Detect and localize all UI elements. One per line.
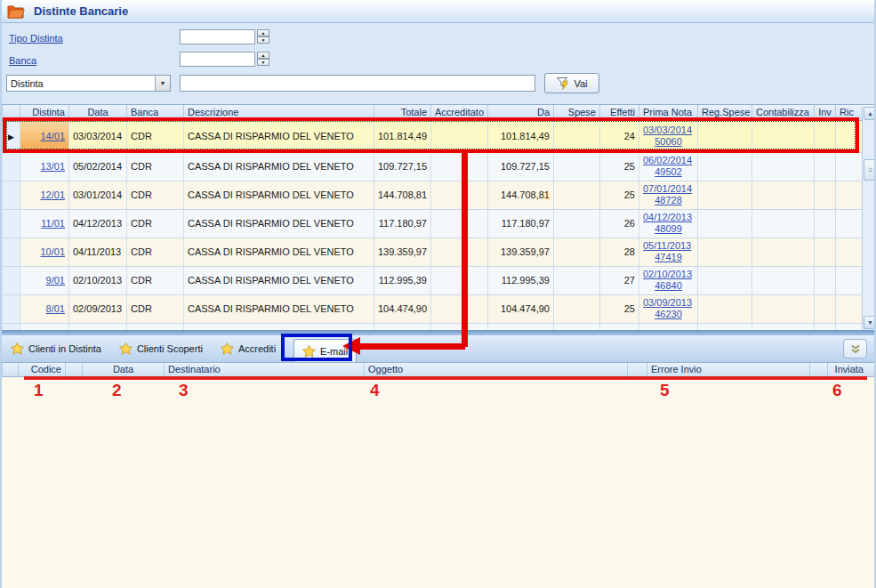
contabilizza-cell [752, 181, 815, 209]
collapse-panel-button[interactable] [843, 339, 867, 358]
row-indicator-cell: ▶ [3, 266, 20, 294]
tipo-distinta-link[interactable]: Tipo Distinta [9, 33, 63, 44]
column-header-effetti[interactable]: Effetti [600, 105, 639, 120]
banca-input[interactable] [180, 52, 255, 67]
double-chevron-down-icon [850, 344, 861, 354]
tab-clienti-in-distinta[interactable]: Clienti in Distinta [11, 342, 101, 355]
tipo-distinta-input[interactable] [180, 29, 255, 44]
column-header-descrizione[interactable]: Descrizione [184, 105, 374, 120]
descrizione-cell: CASSA DI RISPARMIO DEL VENETO [184, 238, 374, 266]
prima-nota-date-link[interactable]: 03/03/2014 [643, 125, 692, 135]
scroll-up-icon[interactable]: ▲ [864, 107, 876, 120]
column-header-banca[interactable]: Banca [127, 105, 184, 120]
distinta-link[interactable]: 9/01 [46, 275, 65, 286]
table-row[interactable]: ▶ 8/01 02/09/2013 CDR CASSA DI RISPARMIO… [3, 294, 862, 323]
da-cell: 139.359,97 [488, 238, 554, 266]
distinta-link[interactable]: 13/01 [40, 161, 65, 172]
chevron-down-icon[interactable]: ▼ [155, 76, 170, 91]
reg-spese-cell [698, 209, 752, 238]
search-field-selected: Distinta [7, 78, 44, 89]
prima-nota-cell: 03/03/2014 50060 [639, 120, 698, 152]
banca-cell: CDR [127, 209, 184, 238]
table-row[interactable]: ▶ 7/01 05/08/2013 CDR CASSA DI RISPARMIO… [3, 323, 862, 330]
tab-clienti-scoperti[interactable]: Clienti Scoperti [119, 342, 203, 355]
distinta-link[interactable]: 14/01 [40, 131, 65, 141]
search-input[interactable] [180, 75, 535, 92]
vertical-scrollbar[interactable]: ▲ ≡ ▼ [862, 106, 876, 330]
column-header-inv[interactable]: Inv [815, 105, 836, 120]
accreditato-cell [431, 120, 488, 152]
column-header-errore-invio[interactable]: Errore Invio [647, 363, 809, 376]
banca-link[interactable]: Banca [9, 55, 36, 66]
table-row[interactable]: ▶ 12/01 03/01/2014 CDR CASSA DI RISPARMI… [3, 181, 862, 209]
tab-email[interactable]: E-mail [293, 339, 357, 362]
spese-cell [554, 238, 600, 266]
vai-button[interactable]: Vai [544, 73, 599, 93]
prima-nota-date-link[interactable]: 06/02/2014 [643, 155, 692, 165]
column-header-totale[interactable]: Totale [374, 105, 431, 120]
column-header-spese[interactable]: Spese [554, 105, 600, 120]
distinta-link[interactable]: 11/01 [41, 218, 65, 229]
column-header-oggetto[interactable]: Oggetto [364, 363, 627, 376]
column-header-contabilizza[interactable]: Contabilizza [752, 105, 815, 120]
prima-nota-number-link[interactable]: 49502 [643, 166, 694, 178]
column-header-destinatario[interactable]: Destinatario [164, 363, 364, 376]
descrizione-cell: CASSA DI RISPARMIO DEL VENETO [184, 120, 374, 152]
table-row[interactable]: ▶ 11/01 04/12/2013 CDR CASSA DI RISPARMI… [3, 209, 862, 238]
banca-cell: CDR [127, 294, 184, 323]
column-header-inviata[interactable]: Inviata [827, 363, 867, 376]
table-row[interactable]: ▶ 14/01 03/03/2014 CDR CASSA DI RISPARMI… [3, 120, 862, 152]
ric-cell [836, 152, 862, 181]
prima-nota-number-link[interactable]: 48728 [643, 195, 694, 206]
prima-nota-number-link[interactable]: 48099 [643, 223, 694, 235]
folder-icon [7, 4, 25, 19]
distinta-link[interactable]: 8/01 [46, 303, 65, 314]
prima-nota-cell: 07/01/2014 48728 [639, 181, 698, 209]
column-header-da[interactable]: Da [488, 105, 554, 120]
da-cell: 109.727,15 [488, 152, 554, 181]
distinta-link[interactable]: 10/01 [40, 246, 65, 257]
banca-cell: CDR [127, 323, 184, 330]
distinta-cell: 12/01 [20, 181, 69, 209]
column-header-data[interactable]: Data [69, 105, 127, 120]
accreditato-cell [431, 294, 488, 323]
column-header-accreditato[interactable]: Accreditato [431, 105, 488, 120]
title-bar: Distinte Bancarie [2, 0, 874, 23]
tab-accrediti[interactable]: Accrediti [221, 342, 276, 355]
column-header-codice[interactable]: Codice [18, 363, 65, 376]
inv-cell [815, 120, 836, 152]
prima-nota-number-link[interactable]: 46230 [643, 309, 694, 320]
spin-down-icon[interactable]: ▼ [257, 36, 269, 44]
prima-nota-number-link[interactable]: 47419 [643, 252, 694, 263]
search-field-select[interactable]: Distinta ▼ [6, 75, 171, 92]
prima-nota-date-link[interactable]: 07/01/2014 [643, 183, 692, 194]
table-row[interactable]: ▶ 13/01 05/02/2014 CDR CASSA DI RISPARMI… [3, 152, 862, 181]
column-header-reg-spese[interactable]: Reg.Spese [698, 105, 752, 120]
star-icon [302, 345, 316, 358]
contabilizza-cell [752, 120, 815, 152]
distinta-cell: 8/01 [20, 294, 69, 323]
table-row[interactable]: ▶ 10/01 04/11/2013 CDR CASSA DI RISPARMI… [3, 238, 862, 266]
column-header-distinta[interactable]: Distinta [20, 105, 69, 120]
prima-nota-date-link[interactable]: 05/11/2013 [643, 240, 691, 251]
spese-cell [554, 323, 600, 330]
table-row[interactable]: ▶ 9/01 02/10/2013 CDR CASSA DI RISPARMIO… [3, 266, 862, 294]
scrollbar-thumb[interactable]: ≡ [864, 159, 876, 181]
prima-nota-number-link[interactable]: 46840 [643, 280, 694, 292]
spin-up-icon[interactable]: ▲ [257, 29, 269, 36]
prima-nota-date-link[interactable]: 02/10/2013 [643, 269, 692, 279]
filter-form: Tipo Distinta ▲ ▼ Banca ▲ ▼ Distinta ▼ [2, 23, 874, 104]
prima-nota-date-link[interactable]: 04/12/2013 [643, 212, 692, 222]
prima-nota-number-link[interactable]: 50060 [643, 136, 694, 148]
effetti-cell: 26 [600, 209, 639, 238]
spin-up-icon[interactable]: ▲ [257, 52, 269, 59]
distinta-link[interactable]: 12/01 [40, 189, 65, 200]
column-header-prima-nota[interactable]: Prima Nota [639, 105, 698, 120]
reg-spese-cell [698, 152, 752, 181]
spin-down-icon[interactable]: ▼ [257, 59, 269, 66]
column-header-data[interactable]: Data [82, 363, 164, 376]
scroll-down-icon[interactable]: ▼ [864, 316, 876, 329]
prima-nota-date-link[interactable]: 03/09/2013 [643, 297, 692, 308]
banca-cell: CDR [127, 238, 184, 266]
column-header-ric[interactable]: Ric [836, 105, 862, 120]
